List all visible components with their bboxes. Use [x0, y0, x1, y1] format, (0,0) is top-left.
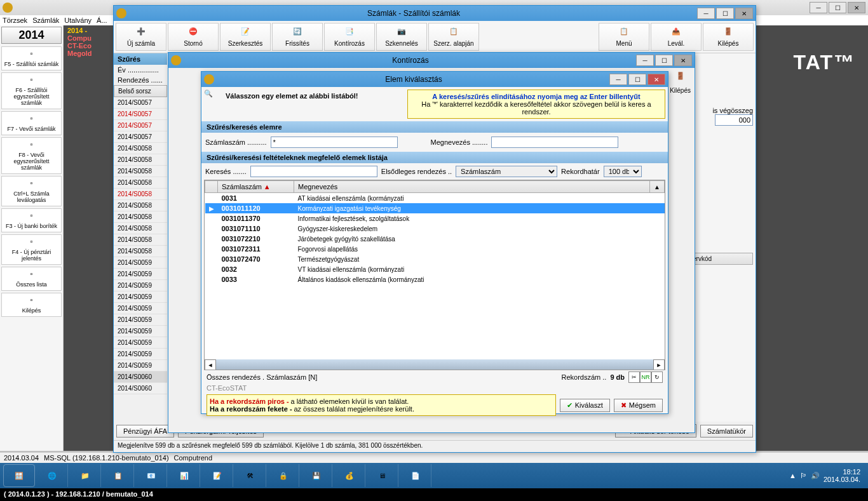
elsod-select[interactable]: Számlaszám	[456, 166, 557, 177]
menu-more[interactable]: Á...	[97, 17, 107, 24]
explorer-icon[interactable]: 📁	[69, 464, 101, 487]
max-button[interactable]: ☐	[655, 55, 673, 66]
grid-row[interactable]: 2014/S0060	[114, 383, 167, 394]
outlook-icon[interactable]: 📧	[135, 464, 167, 487]
sidebar-btn-8[interactable]: ▫Kilépés	[1, 293, 62, 317]
grid-row[interactable]: 2014/S0060	[114, 371, 167, 383]
min-button[interactable]: ─	[810, 2, 827, 13]
list-row[interactable]: 0032VT kiadásai ellenszámla (kormányzati	[205, 264, 665, 274]
list-row[interactable]: 0031AT kiadásai ellenszámla (kormányzati	[205, 193, 665, 204]
toolbar-szkennelés[interactable]: 📷Szkennelés	[376, 23, 427, 51]
coins-icon[interactable]: 💰	[334, 464, 365, 487]
note-icon[interactable]: 📝	[201, 464, 233, 487]
grid-row[interactable]: 2014/S0058	[114, 154, 167, 166]
grid-row[interactable]: 2014/S0057	[114, 120, 167, 131]
grid-row[interactable]: 2014/S0059	[114, 337, 167, 349]
close-button[interactable]: ✕	[648, 74, 665, 85]
sidebar-btn-0[interactable]: ▫F5 - Szállítói számlák	[1, 46, 62, 70]
col-megnev[interactable]: Megnevezés	[294, 181, 650, 193]
max-button[interactable]: ☐	[628, 74, 646, 85]
list-row[interactable]: ▶0031011120Kormányzati igazgatási tevéke…	[205, 203, 665, 213]
refresh-icon[interactable]: ↻	[651, 371, 663, 383]
grid-row[interactable]: 2014/S0058	[114, 200, 167, 211]
toolbar-szerz. alapján[interactable]: 📋Szerz. alapján	[428, 23, 479, 51]
tray-volume-icon[interactable]: 🔊	[811, 472, 820, 480]
afa-button[interactable]: Pénzügyi ÁFA	[116, 425, 174, 438]
grid-row[interactable]: 2014/S0059	[114, 360, 167, 371]
grid-row[interactable]: 2014/S0057	[114, 109, 167, 120]
grid-row[interactable]: 2014/S0059	[114, 257, 167, 269]
list-row[interactable]: 0033Általános kiadások ellenszámla (korm…	[205, 274, 665, 284]
szamlaszam-input[interactable]	[271, 137, 398, 148]
col-szamlaszam[interactable]: Számlaszám ▲	[218, 181, 294, 193]
grid-row[interactable]: 2014/S0058	[114, 143, 167, 154]
tray-action-icon[interactable]: 🏳	[800, 472, 807, 479]
sidebar-btn-5[interactable]: ▫F3 - Új banki boríték	[1, 208, 62, 232]
close-button[interactable]: ✕	[735, 8, 753, 19]
close-button[interactable]: ✕	[674, 55, 692, 66]
grid-row[interactable]: 2014/S0058	[114, 223, 167, 234]
grid-row[interactable]: 2014/S0057	[114, 97, 167, 109]
scroll-right[interactable]: ►	[653, 359, 665, 370]
close-button[interactable]: ✕	[848, 2, 865, 13]
grid-row[interactable]: 2014/S0058	[114, 246, 167, 257]
col-scroll[interactable]: ▲	[650, 181, 665, 193]
menu-torzsek[interactable]: Törzsek	[3, 17, 27, 24]
grid-row[interactable]: 2014/S0059	[114, 280, 167, 291]
grid-row[interactable]: 2014/S0058	[114, 234, 167, 246]
toolbar-stornó[interactable]: ⛔Stornó	[168, 23, 219, 51]
scroll-left[interactable]: ◄	[205, 359, 216, 370]
megnev-input[interactable]	[491, 137, 618, 148]
toolbar-szerkesztés[interactable]: 📝Szerkesztés	[220, 23, 271, 51]
sidebar-btn-1[interactable]: ▫F6 - Szállítói egyszerűsített számlák	[1, 72, 62, 109]
grid-header-belso[interactable]: Belső sorsz	[114, 85, 167, 97]
toolbar-kilépés[interactable]: 🚪Kilépés	[703, 23, 754, 51]
grid-row[interactable]: 2014/S0059	[114, 269, 167, 280]
list-row[interactable]: 0031011370Informatikai fejlesztések, szo…	[205, 213, 665, 224]
grid-row[interactable]: 2014/S0059	[114, 314, 167, 326]
exit-icon[interactable]: 🚪	[673, 72, 688, 87]
cancel-button[interactable]: ✖Mégsem	[614, 399, 663, 412]
tool-icon[interactable]: 🛠	[234, 464, 266, 487]
sidebar-btn-4[interactable]: ▫Ctrl+L Számla leválogatás	[1, 176, 62, 206]
tukor-button[interactable]: Számlatükör	[700, 425, 753, 438]
min-button[interactable]: ─	[609, 74, 627, 85]
start-icon[interactable]: 🪟	[3, 464, 35, 487]
toolbar-új számla[interactable]: ➕Új számla	[116, 23, 166, 51]
grid-row[interactable]: 2014/S0059	[114, 326, 167, 337]
clipboard-icon[interactable]: 📋	[102, 464, 134, 487]
max-button[interactable]: ☐	[716, 8, 734, 19]
vegosszeg-input[interactable]	[715, 114, 753, 126]
grid-row[interactable]: 2014/S0058	[114, 177, 167, 189]
toolbar-menü[interactable]: 📋Menü	[599, 23, 649, 51]
server-icon[interactable]: 🖥	[367, 464, 398, 487]
grid-row[interactable]: 2014/S0058	[114, 166, 167, 177]
list-row[interactable]: 0031072311Fogorvosi alapellátás	[205, 244, 665, 254]
toolbar-frissítés[interactable]: 🔄Frissítés	[272, 23, 323, 51]
grid-row[interactable]: 2014/S0059	[114, 303, 167, 314]
sidebar-btn-2[interactable]: ▫F7 - Vevői számlák	[1, 111, 62, 135]
menu-szamlak[interactable]: Számlák	[32, 17, 59, 24]
min-button[interactable]: ─	[636, 55, 654, 66]
sidebar-btn-3[interactable]: ▫F8 - Vevői egyszerűsített számlák	[1, 137, 62, 174]
cut-icon[interactable]: ✂	[628, 371, 640, 383]
select-button[interactable]: ✔Kiválaszt	[560, 399, 610, 412]
list-row[interactable]: 0031071110Gyógyszer-kiskereskedelem	[205, 224, 665, 234]
word-icon[interactable]: 📄	[400, 464, 431, 487]
list-row[interactable]: 0031072210Járóbetegek gyógyító szakellát…	[205, 234, 665, 244]
rekord-select[interactable]: 100 db	[604, 166, 642, 177]
max-button[interactable]: ☐	[829, 2, 846, 13]
save-icon[interactable]: 💾	[301, 464, 332, 487]
sidebar-btn-7[interactable]: ▫Összes lista	[1, 267, 62, 291]
col-indicator[interactable]	[205, 181, 218, 193]
safe-icon[interactable]: 🔒	[268, 464, 299, 487]
grid-row[interactable]: 2014/S0059	[114, 349, 167, 360]
grid-row[interactable]: 2014/S0058	[114, 189, 167, 200]
kereses-input[interactable]	[250, 166, 377, 177]
toolbar-levál.[interactable]: 📤Levál.	[651, 23, 702, 51]
min-button[interactable]: ─	[697, 8, 715, 19]
grid-row[interactable]: 2014/S0058	[114, 211, 167, 223]
sidebar-btn-6[interactable]: ▫F4 - Új pénztári jelentés	[1, 234, 62, 265]
list-row[interactable]: 0031072470Természetgyógyászat	[205, 254, 665, 264]
nr-icon[interactable]: NR	[640, 371, 651, 383]
